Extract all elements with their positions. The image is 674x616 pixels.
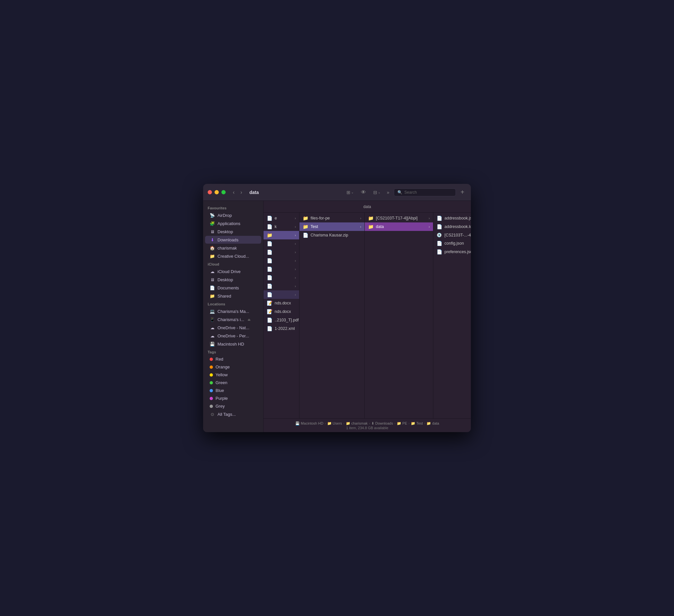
file-item-nds1[interactable]: 📝 nds.docx <box>263 299 299 307</box>
chevron-icon: › <box>295 233 296 237</box>
file-item[interactable]: 📄 e › <box>263 214 299 222</box>
sidebar-item-onedrive-per[interactable]: ☁ OneDrive - Per... <box>205 332 261 340</box>
file-item-xml[interactable]: 📄 1-2022.xml <box>263 324 299 333</box>
file-item[interactable]: 📄 › <box>263 248 299 256</box>
sidebar-item-label: Desktop <box>218 229 233 234</box>
sidebar-item-downloads[interactable]: ⬇ Downloads <box>205 236 261 244</box>
zip-icon: 📄 <box>303 232 309 238</box>
folder-blue2-icon: 📁 <box>368 216 374 221</box>
file-item[interactable]: 📄 › <box>263 282 299 290</box>
tag-label: Yellow <box>216 372 228 377</box>
sidebar-item-tag-red[interactable]: Red <box>205 355 261 363</box>
sidebar-item-tag-blue[interactable]: Blue <box>205 387 261 394</box>
sidebar-item-creative-cloud[interactable]: 📁 Creative Cloud... <box>205 252 261 260</box>
file-icon: 📄 <box>267 216 273 221</box>
sidebar-item-label: Macintosh HD <box>218 342 244 346</box>
forward-button[interactable]: › <box>238 189 244 196</box>
sidebar-item-tag-orange[interactable]: Orange <box>205 363 261 371</box>
file-item-addressbook-json[interactable]: 📄 addressbook.json <box>433 214 471 222</box>
desktop2-icon: 🖥 <box>210 277 215 282</box>
sidebar-item-tag-grey[interactable]: Grey <box>205 402 261 410</box>
sidebar-item-tag-yellow[interactable]: Yellow <box>205 371 261 379</box>
path-separator: › <box>409 422 410 425</box>
file-item-pdf[interactable]: 📄 ..2103_T].pdf <box>263 316 299 324</box>
folder-purple-icon: 📁 <box>368 224 374 229</box>
chevron-icon: › <box>295 259 296 263</box>
sidebar-item-label: charismak <box>218 245 237 250</box>
pdf-icon: 📄 <box>267 317 273 323</box>
icloud-icon: ☁ <box>210 269 215 274</box>
sidebar-item-tag-purple[interactable]: Purple <box>205 395 261 402</box>
sidebar-item-shared[interactable]: 📁 Shared <box>205 292 261 300</box>
sidebar-item-charisma-iphone[interactable]: 📱 Charisma's i... ⏏ <box>205 315 261 323</box>
close-button[interactable] <box>208 190 212 194</box>
view-chevron-icon: ⌄ <box>351 190 354 194</box>
path-separator: › <box>325 422 326 425</box>
tag-label: Purple <box>216 396 228 401</box>
chevron-icon: › <box>295 225 296 229</box>
sidebar-item-applications[interactable]: 🧩 Applications <box>205 219 261 227</box>
file-item[interactable]: 📄 › <box>263 239 299 248</box>
xml-icon: 📄 <box>267 326 273 331</box>
path-segment[interactable]: 📁 PE <box>397 421 407 426</box>
file-item-cs2103-jar[interactable]: 💿 [CS2103T-...-4][Abpi].jar <box>433 231 471 239</box>
file-item-preferences-json[interactable]: 📄 preferences.json <box>433 247 471 256</box>
red-tag-dot <box>210 357 213 361</box>
column-view-button[interactable]: ⊞ ⌄ <box>344 189 356 196</box>
file-item[interactable]: 📁 › <box>263 231 299 239</box>
file-item-data-folder[interactable]: 📁 data › <box>365 222 433 231</box>
path-segment[interactable]: 📁 Users <box>327 421 342 426</box>
minimize-button[interactable] <box>215 190 219 194</box>
sidebar-item-desktop[interactable]: 🖥 Desktop <box>205 228 261 235</box>
file-item[interactable]: 📄 k › <box>263 222 299 231</box>
grid-icon: ⊟ <box>373 190 377 195</box>
path-segment[interactable]: 📁 Test <box>411 421 423 426</box>
path-segment[interactable]: ⬇ Downloads <box>371 421 393 426</box>
path-separator: › <box>424 422 425 425</box>
sidebar-item-documents[interactable]: 📄 Documents <box>205 284 261 292</box>
overflow-button[interactable]: » <box>385 189 391 196</box>
file-item[interactable]: 📄 › <box>263 265 299 273</box>
file-item-config-json[interactable]: 📄 config.json <box>433 239 471 247</box>
path-segment[interactable]: 💾 Macintosh HD <box>295 421 323 426</box>
preview-button[interactable]: 👁 <box>358 189 369 196</box>
column-title: data <box>363 204 371 209</box>
titlebar: ‹ › data ⊞ ⌄ 👁 ⊟ ⌄ » 🔍 + <box>203 184 471 201</box>
sidebar-item-icloud-drive[interactable]: ☁ iCloud Drive <box>205 268 261 275</box>
status-info: 1 item, 234.8 GB available <box>346 426 388 430</box>
columns-area: 📄 e › 📄 k › 📁 › <box>263 213 471 418</box>
sidebar-item-icloud-desktop[interactable]: 🖥 Desktop <box>205 276 261 284</box>
sidebar-item-charisma-mac[interactable]: 💻 Charisma's Ma... <box>205 307 261 315</box>
file-item-nds2[interactable]: 📝 nds.docx <box>263 307 299 316</box>
add-button[interactable]: + <box>458 189 466 196</box>
path-segment[interactable]: 📁 data <box>427 421 439 426</box>
folder-selected-icon: 📁 <box>303 224 309 229</box>
file-item[interactable]: 📄 › <box>263 256 299 265</box>
file-item-files-for-pe[interactable]: 📁 files-for-pe › <box>300 214 364 222</box>
file-item[interactable]: 📄 › <box>263 273 299 282</box>
path-segment[interactable]: 📁 charismak <box>346 421 368 426</box>
grid-view-button[interactable]: ⊟ ⌄ <box>371 189 382 196</box>
file-name: k <box>274 224 276 229</box>
maximize-button[interactable] <box>221 190 226 194</box>
file-item-cs2103-folder[interactable]: 📁 [CS2103T-T17-4][Abpi] › <box>365 214 433 222</box>
chevron-icon: › <box>360 217 361 220</box>
back-button[interactable]: ‹ <box>231 189 236 196</box>
file-item[interactable]: 📄 › <box>263 290 299 299</box>
sidebar-item-all-tags[interactable]: ⊙ All Tags... <box>205 410 261 418</box>
sidebar-item-airdrop[interactable]: 📡 AirDrop <box>205 211 261 219</box>
file-item-charisma-zip[interactable]: 📄 Charisma Kausar.zip <box>300 231 364 239</box>
path-separator: › <box>395 422 396 425</box>
sidebar-item-charismak[interactable]: 🏠 charismak <box>205 244 261 252</box>
sidebar-item-macintosh-hd[interactable]: 💾 Macintosh HD <box>205 340 261 348</box>
folder-icon: 📁 <box>267 232 273 238</box>
doc-icon: 📝 <box>267 309 273 314</box>
file-item-addressbook-log[interactable]: 📄 addressbook.log.0 <box>433 222 471 231</box>
file-name: [CS2103T-T17-4][Abpi] <box>376 216 418 220</box>
sidebar-item-tag-green[interactable]: Green <box>205 379 261 386</box>
tag-label: All Tags... <box>218 412 236 417</box>
sidebar-item-label: iCloud Drive <box>218 269 241 274</box>
file-item-test[interactable]: 📁 Test › <box>300 222 364 231</box>
sidebar-item-onedrive-nat[interactable]: ☁ OneDrive - Nat... <box>205 324 261 331</box>
search-input[interactable] <box>404 190 452 195</box>
